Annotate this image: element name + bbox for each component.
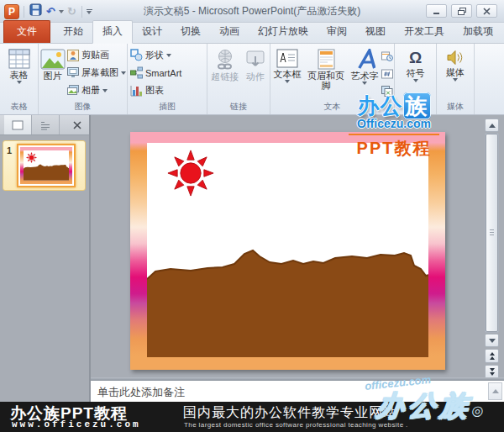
smartart-icon	[130, 66, 143, 79]
table-button-label: 表格	[10, 70, 29, 80]
textbox-dropdown-arrow	[285, 80, 290, 83]
media-button[interactable]: 媒体	[438, 46, 473, 82]
photo-album-dropdown-arrow	[102, 89, 108, 92]
mountain-shape-thumb	[24, 164, 69, 181]
symbol-dropdown-arrow	[413, 79, 418, 82]
sun-shape-thumb	[26, 152, 37, 163]
slide-thumbnail[interactable]	[17, 144, 76, 187]
banner-url: www.officezu.com	[12, 419, 141, 429]
group-label-text: 文本	[270, 101, 394, 113]
tab-animations[interactable]: 动画	[210, 21, 249, 43]
action-button[interactable]: 动作	[244, 46, 266, 82]
header-footer-icon	[318, 49, 335, 70]
close-icon	[73, 121, 81, 129]
group-illustrations: 形状 SmartArt 图表 插图	[128, 44, 207, 114]
promo-banner: 办公族PPT教程 www.officezu.com 国内最大的办公软件教学专业网…	[0, 402, 504, 432]
notes-scroll-up-button[interactable]	[488, 382, 502, 400]
wordart-button[interactable]: 艺术字	[349, 46, 381, 100]
insert-picture-button[interactable]: 图片	[39, 46, 66, 99]
photo-album-button[interactable]: 相册	[66, 82, 126, 99]
notes-placeholder[interactable]: 单击此处添加备注	[97, 385, 185, 400]
insert-table-button[interactable]: 表格	[1, 46, 37, 84]
ribbon-tab-bar: 文件 开始 插入 设计 切换 动画 幻灯片放映 审阅 视图 开发工具 加载项 ?	[0, 23, 504, 44]
tab-file[interactable]: 文件	[3, 20, 50, 43]
tab-insert[interactable]: 插入	[92, 20, 133, 44]
undo-button[interactable]: ↶	[45, 5, 56, 18]
minimize-button[interactable]	[426, 4, 447, 18]
undo-dropdown-arrow[interactable]	[59, 10, 64, 13]
header-footer-button[interactable]: 页眉和页脚	[303, 46, 349, 100]
scroll-down-button[interactable]	[485, 334, 499, 347]
textbox-button[interactable]: 文本框	[271, 46, 303, 100]
shapes-button[interactable]: 形状	[129, 46, 206, 64]
tab-review[interactable]: 审阅	[318, 21, 356, 43]
table-icon	[8, 49, 30, 69]
arrow-up-icon	[489, 124, 496, 128]
shapes-icon	[130, 49, 143, 61]
table-dropdown-arrow	[17, 81, 22, 84]
scrollbar-thumb[interactable]	[486, 134, 498, 332]
picture-button-label: 图片	[44, 71, 62, 81]
screenshot-icon	[67, 67, 79, 78]
redo-button[interactable]: ↻	[66, 5, 77, 18]
arrow-down-icon	[489, 339, 496, 343]
tab-design[interactable]: 设计	[133, 21, 171, 43]
tab-addins[interactable]: 加载项	[454, 21, 502, 43]
tab-transitions[interactable]: 切换	[171, 21, 210, 43]
banner-slogan-en: The largest domestic office software pro…	[184, 421, 408, 429]
scrollbar-track[interactable]	[485, 133, 499, 333]
hyperlink-label: 超链接	[211, 71, 239, 82]
save-button[interactable]	[29, 3, 43, 19]
group-images: 图片 剪贴画 屏幕截图 相册	[39, 44, 128, 114]
header-footer-label: 页眉和页脚	[303, 71, 349, 91]
tab-outline[interactable]	[32, 115, 60, 134]
notes-pane[interactable]: 单击此处添加备注	[91, 380, 504, 402]
tab-developer[interactable]: 开发工具	[395, 21, 454, 43]
media-label: 媒体	[446, 67, 465, 77]
group-media: 媒体 媒体	[437, 44, 475, 114]
sun-shape	[167, 150, 214, 197]
vertical-scrollbar	[485, 119, 499, 379]
close-button[interactable]	[476, 4, 497, 18]
screenshot-button[interactable]: 屏幕截图	[66, 64, 126, 82]
slide-edit-area	[91, 115, 504, 380]
banner-slogan: 国内最大的办公软件教学专业网站	[183, 404, 397, 422]
group-label-illustrations: 插图	[128, 101, 207, 113]
powerpoint-logo-icon[interactable]: P	[4, 4, 19, 19]
hyperlink-icon	[213, 49, 237, 71]
symbol-button[interactable]: Ω 符号	[396, 46, 435, 82]
tab-home[interactable]: 开始	[54, 21, 92, 43]
ribbon-insert: 表格 表格 图片 剪贴画 屏幕截图	[0, 44, 504, 115]
hyperlink-button[interactable]: 超链接	[211, 46, 239, 82]
insert-object-button[interactable]	[381, 85, 393, 100]
clipart-label: 剪贴画	[81, 49, 109, 61]
clipart-button[interactable]: 剪贴画	[66, 46, 126, 64]
chart-icon	[130, 85, 143, 97]
chart-button[interactable]: 图表	[129, 82, 206, 99]
photo-album-label: 相册	[81, 84, 100, 97]
divider	[81, 6, 82, 18]
restore-button[interactable]	[451, 4, 472, 18]
tab-slideshow[interactable]: 幻灯片放映	[249, 21, 318, 43]
slide-thumbnail-number: 1	[7, 145, 12, 155]
shapes-label: 形状	[145, 49, 164, 61]
photo-album-icon	[67, 85, 79, 96]
quick-access-toolbar: P ↶ ↻	[4, 3, 92, 19]
date-time-button[interactable]	[381, 50, 393, 65]
arrow-up-icon	[492, 389, 499, 393]
chart-label: 图表	[145, 84, 164, 97]
smartart-button[interactable]: SmartArt	[129, 64, 206, 82]
shapes-dropdown-arrow	[166, 54, 171, 57]
powerpoint-window: P ↶ ↻ 演示文稿5 - Microsoft PowerPoint(产品激活失…	[0, 0, 504, 432]
wordart-label: 艺术字	[350, 71, 378, 81]
scroll-up-button[interactable]	[485, 119, 499, 132]
previous-slide-button[interactable]	[485, 349, 499, 363]
date-time-icon	[381, 50, 393, 61]
slide-number-button[interactable]	[381, 67, 393, 82]
group-table: 表格 表格	[0, 44, 39, 114]
tab-slides-thumbnails[interactable]	[4, 115, 32, 134]
slide-canvas[interactable]	[130, 132, 445, 370]
tab-view[interactable]: 视图	[356, 21, 395, 43]
close-panel-button[interactable]	[66, 115, 89, 134]
ribbon-empty-area	[475, 44, 504, 114]
